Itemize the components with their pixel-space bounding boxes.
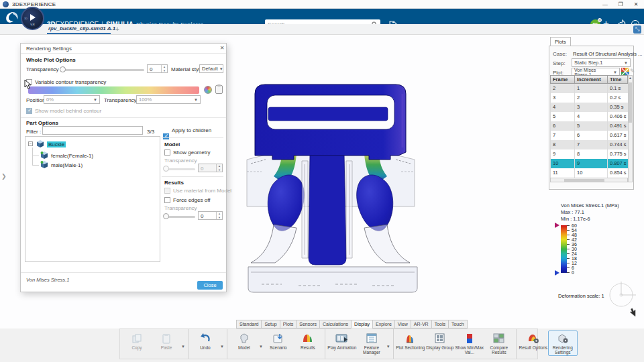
contour-transparency-combo[interactable]: 100%▼ — [136, 95, 201, 104]
display-group-button[interactable]: Display Group — [425, 330, 455, 350]
part-tree: − Buckle female(Female-1) male(Male-1) — [25, 136, 160, 262]
results-button[interactable]: Results — [293, 330, 323, 350]
filter-input[interactable] — [42, 126, 143, 135]
new-tab-button[interactable]: + — [115, 25, 119, 33]
maximize-button[interactable]: ❐ — [615, 0, 626, 9]
tick-label: 36 — [572, 242, 577, 247]
model-button[interactable]: Model — [229, 330, 259, 350]
tree-item-buckle[interactable]: Buckle — [47, 141, 66, 147]
table-row[interactable]: 320.2 s — [550, 93, 628, 103]
transparency-slider[interactable] — [61, 69, 144, 71]
table-row[interactable]: 540.406 s — [550, 112, 628, 121]
table-row[interactable]: 650.491 s — [550, 121, 628, 131]
dialog-close-icon[interactable]: ✕ — [218, 45, 226, 51]
frames-table: Frame Increment Time 210.1 s 320.2 s 430… — [550, 75, 633, 182]
undo-icon — [198, 332, 213, 345]
tab-setup[interactable]: Setup — [261, 320, 280, 328]
edit-plot-pencil-icon[interactable]: ✎ — [630, 68, 635, 74]
show-model-behind-checkbox[interactable] — [26, 108, 32, 114]
tab-calculations[interactable]: Calculations — [319, 320, 352, 328]
spinner-icon[interactable]: ▲▼ — [216, 164, 222, 172]
dassault-compass-icon[interactable] — [4, 10, 20, 23]
feature-manager-button[interactable]: Feature Manager — [357, 330, 386, 355]
scroll-up-icon[interactable]: ▲ — [629, 76, 632, 80]
tree-item-male[interactable]: male(Male-1) — [51, 162, 83, 168]
position-combo[interactable]: 0%▼ — [44, 95, 100, 104]
feature-manager-dropdown-caret[interactable]: ▼ — [386, 339, 391, 349]
column-header[interactable]: Frame — [550, 75, 574, 84]
column-header[interactable]: Increment — [574, 75, 607, 84]
model-viewport[interactable] — [235, 54, 429, 302]
horizontal-scrollbar[interactable] — [550, 178, 628, 182]
table-row[interactable]: 210.1 s — [550, 84, 628, 93]
divider — [21, 53, 226, 54]
transparency-label: Transparency — [26, 66, 59, 72]
close-window-button[interactable]: ✕ — [631, 0, 641, 9]
vertical-scrollbar[interactable]: ▲ — [628, 75, 633, 182]
table-row[interactable]: 430.35 s — [550, 103, 628, 112]
play-animation-icon — [335, 332, 350, 345]
spinner-icon[interactable]: ▲▼ — [216, 212, 222, 219]
clipboard-icon[interactable] — [215, 85, 223, 94]
undo-button[interactable]: Undo — [191, 330, 220, 350]
tab-display[interactable]: Display — [351, 320, 373, 328]
apply-to-children-checkbox[interactable] — [163, 133, 169, 139]
plot-sectioning-button[interactable]: Plot Sectioning — [396, 330, 425, 350]
logo-3d-label: 3D — [24, 17, 28, 20]
undo-dropdown-caret[interactable]: ▼ — [220, 339, 225, 349]
show-minmax-button[interactable]: Show Min/Max Val... — [455, 330, 484, 355]
tick-label: 60 — [572, 223, 577, 228]
spinner-icon[interactable]: ▲▼ — [161, 65, 167, 72]
tab-plots[interactable]: Plots — [280, 320, 297, 328]
copy-button[interactable]: Copy — [122, 330, 152, 350]
model-transparency-input[interactable]: 0 ▲▼ — [198, 164, 223, 172]
rendering-settings-button[interactable]: Rendering Settings — [548, 330, 578, 356]
close-dialog-button[interactable]: Close — [197, 281, 223, 290]
restore-viewport-icon[interactable]: ⤡ — [633, 25, 641, 34]
table-row[interactable]: 870.744 s — [550, 140, 628, 149]
table-row[interactable]: 980.775 s — [550, 149, 628, 159]
compare-results-icon — [492, 332, 506, 345]
tab-sensors[interactable]: Sensors — [296, 320, 320, 328]
scenario-button[interactable]: Scenario — [264, 330, 293, 350]
color-spectrum-icon[interactable] — [204, 86, 212, 94]
tab-ar-vr[interactable]: AR-VR — [411, 320, 432, 328]
3dexperience-play-logo[interactable]: V.R 3D — [21, 7, 44, 30]
compare-results-button[interactable]: Compare Results — [484, 330, 514, 355]
display-group-group: Plot Sectioning Display Group Show Min/M… — [394, 329, 517, 359]
model-dropdown-caret[interactable]: ▼ — [259, 339, 264, 349]
use-material-checkbox[interactable] — [164, 188, 170, 194]
tab-view[interactable]: View — [394, 320, 411, 328]
table-row-selected[interactable]: 1090.807 s — [550, 159, 628, 168]
result-options-button[interactable]: Result Options — [519, 330, 548, 350]
transparency-value-input[interactable]: 0 ▲▼ — [147, 64, 168, 73]
document-tab[interactable]: rpv_buckle_clip-sim01 A.1 — [48, 25, 115, 32]
left-panel-expander-icon[interactable]: ❯ — [1, 173, 7, 180]
model-transparency-slider[interactable] — [164, 168, 195, 170]
results-transparency-input[interactable]: 0 ▲▼ — [198, 211, 223, 220]
contour-transparency-gradient-bar[interactable] — [28, 86, 199, 94]
use-material-label: Use material from Model — [173, 188, 231, 194]
show-geometry-checkbox[interactable] — [164, 149, 170, 156]
tab-touch[interactable]: Touch — [448, 320, 468, 328]
tree-collapse-icon[interactable]: − — [28, 141, 33, 146]
play-animation-button[interactable]: Play Animation — [327, 330, 357, 350]
step-dropdown[interactable]: Static Step.1▼ — [572, 58, 631, 67]
divider — [162, 137, 223, 138]
table-row[interactable]: 11100.854 s — [550, 168, 628, 178]
part-cube-icon — [40, 161, 48, 169]
minimize-button[interactable]: — — [600, 0, 610, 9]
tree-item-female[interactable]: female(Female-1) — [51, 153, 93, 159]
force-edges-off-checkbox[interactable] — [164, 197, 170, 203]
tab-tools[interactable]: Tools — [431, 320, 449, 328]
table-row[interactable]: 760.617 s — [550, 131, 628, 140]
tab-standard[interactable]: Standard — [236, 320, 262, 328]
paste-dropdown-caret[interactable]: ▼ — [181, 339, 186, 349]
material-style-dropdown[interactable]: Default▼ — [199, 64, 223, 73]
paste-button[interactable]: Paste — [152, 330, 181, 350]
plots-panel-tab[interactable]: Plots — [550, 37, 571, 46]
results-transparency-slider[interactable] — [164, 216, 195, 218]
deformation-scale-label: Deformation scale: 1 — [558, 293, 604, 299]
column-header[interactable]: Time — [607, 75, 628, 84]
tab-explore[interactable]: Explore — [372, 320, 395, 328]
